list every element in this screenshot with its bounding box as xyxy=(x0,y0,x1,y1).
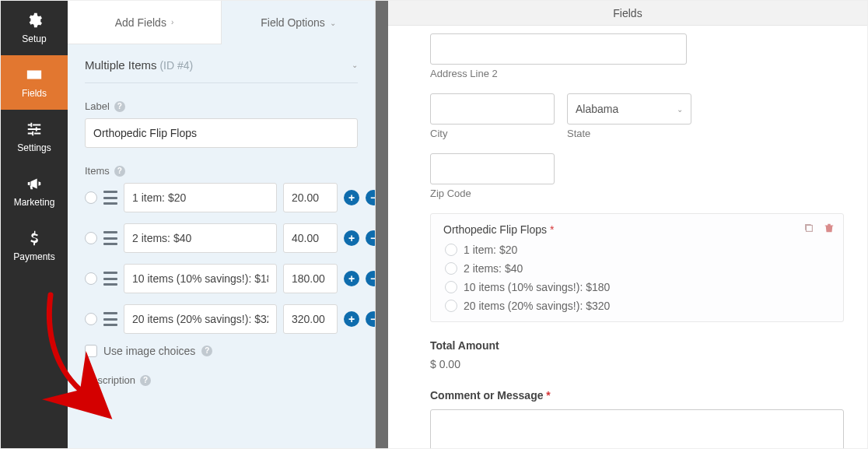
address-line-2-input[interactable] xyxy=(430,33,687,65)
image-choices-label: Use image choices xyxy=(103,345,195,357)
nav-settings[interactable]: Settings xyxy=(1,110,68,164)
city-label: City xyxy=(430,128,555,139)
radio-icon xyxy=(445,244,457,256)
zip-input[interactable] xyxy=(430,153,555,184)
add-item-button[interactable]: + xyxy=(344,271,359,286)
remove-item-button[interactable]: − xyxy=(366,190,375,205)
nav-label: Fields xyxy=(22,88,47,99)
product-option[interactable]: 20 items (20% savings!): $320 xyxy=(445,300,831,312)
nav-label: Marketing xyxy=(14,197,55,208)
radio-icon xyxy=(445,262,457,275)
remove-item-button[interactable]: − xyxy=(366,230,375,246)
option-label: 2 items: $40 xyxy=(464,262,523,275)
default-radio[interactable] xyxy=(85,232,97,244)
tab-add-fields[interactable]: Add Fields › xyxy=(68,1,222,44)
drag-handle-icon[interactable] xyxy=(103,191,117,205)
item-price-input[interactable] xyxy=(283,183,338,212)
item-label-input[interactable] xyxy=(124,183,277,212)
comment-textarea[interactable] xyxy=(430,409,844,448)
remove-item-button[interactable]: − xyxy=(366,271,375,286)
option-label: 10 items (10% savings!): $180 xyxy=(464,281,610,293)
gear-icon xyxy=(26,12,43,29)
tab-field-options[interactable]: Field Options ⌄ xyxy=(222,1,375,44)
nav-setup[interactable]: Setup xyxy=(1,1,68,55)
dollar-icon xyxy=(26,230,43,247)
resize-strip[interactable] xyxy=(376,1,388,448)
default-radio[interactable] xyxy=(85,191,97,204)
help-icon[interactable]: ? xyxy=(201,346,212,356)
item-row: +− xyxy=(85,264,358,293)
drag-handle-icon[interactable] xyxy=(103,231,117,245)
chevron-down-icon: ⌄ xyxy=(677,105,683,114)
duplicate-icon[interactable] xyxy=(803,222,815,234)
main-nav: Setup Fields Settings Marketing Payments xyxy=(1,1,68,448)
items-label: Items xyxy=(85,165,110,177)
nav-label: Setup xyxy=(22,33,46,44)
nav-marketing[interactable]: Marketing xyxy=(1,164,68,219)
trash-icon[interactable] xyxy=(823,222,835,234)
description-label: Description xyxy=(85,374,135,386)
zip-label: Zip Code xyxy=(430,188,844,199)
remove-item-button[interactable]: − xyxy=(366,311,375,327)
item-price-input[interactable] xyxy=(283,304,338,334)
bullhorn-icon xyxy=(26,175,43,192)
total-amount: $ 0.00 xyxy=(430,358,844,370)
default-radio[interactable] xyxy=(85,313,97,325)
item-label-input[interactable] xyxy=(124,264,277,293)
preview-header: Fields xyxy=(388,1,867,26)
add-item-button[interactable]: + xyxy=(344,311,359,327)
field-label-input[interactable] xyxy=(85,118,358,148)
item-label-input[interactable] xyxy=(124,304,277,334)
comment-label: Comment or Message xyxy=(430,389,543,402)
product-field-preview[interactable]: Orthopedic Flip Flops * 1 item: $202 ite… xyxy=(430,213,844,322)
state-value: Alabama xyxy=(576,103,618,115)
field-title: Multiple Items xyxy=(85,58,157,72)
required-indicator: * xyxy=(543,389,550,402)
item-label-input[interactable] xyxy=(124,223,277,253)
item-row: +− xyxy=(85,183,358,212)
chevron-down-icon: ⌄ xyxy=(352,61,358,69)
item-row: +− xyxy=(85,304,358,334)
help-icon[interactable]: ? xyxy=(114,101,125,112)
tab-label: Field Options xyxy=(261,16,324,29)
field-options-panel: Add Fields › Field Options ⌄ Multiple It… xyxy=(68,1,376,448)
nav-label: Settings xyxy=(17,142,51,153)
drag-handle-icon[interactable] xyxy=(103,272,117,286)
label-label: Label xyxy=(85,100,110,112)
item-price-input[interactable] xyxy=(283,223,338,253)
svg-rect-0 xyxy=(807,226,813,232)
state-label: State xyxy=(567,128,691,139)
option-label: 20 items (20% savings!): $320 xyxy=(464,300,610,312)
item-price-input[interactable] xyxy=(283,264,338,293)
radio-icon xyxy=(445,281,457,293)
nav-label: Payments xyxy=(13,251,54,262)
option-label: 1 item: $20 xyxy=(464,244,517,256)
product-option[interactable]: 2 items: $40 xyxy=(445,262,831,275)
add-item-button[interactable]: + xyxy=(344,190,359,205)
tab-label: Add Fields xyxy=(115,16,166,29)
sliders-icon xyxy=(26,121,43,138)
state-select[interactable]: Alabama ⌄ xyxy=(567,93,691,125)
city-input[interactable] xyxy=(430,93,555,125)
drag-handle-icon[interactable] xyxy=(103,312,117,326)
address-line-2-label: Address Line 2 xyxy=(430,68,844,79)
fields-icon xyxy=(26,66,43,83)
image-choices-checkbox[interactable] xyxy=(85,345,97,357)
help-icon[interactable]: ? xyxy=(140,375,151,386)
item-row: +− xyxy=(85,223,358,253)
total-label: Total Amount xyxy=(430,339,844,352)
chevron-down-icon: ⌄ xyxy=(330,19,336,27)
nav-fields[interactable]: Fields xyxy=(1,55,68,110)
default-radio[interactable] xyxy=(85,272,97,285)
product-title: Orthopedic Flip Flops xyxy=(443,223,547,236)
product-option[interactable]: 10 items (10% savings!): $180 xyxy=(445,281,831,293)
add-item-button[interactable]: + xyxy=(344,230,359,246)
help-icon[interactable]: ? xyxy=(114,166,125,177)
product-option[interactable]: 1 item: $20 xyxy=(445,244,831,256)
radio-icon xyxy=(445,300,457,312)
form-preview: Fields Address Line 2 City Alabama ⌄ Sta… xyxy=(388,1,867,448)
nav-payments[interactable]: Payments xyxy=(1,219,68,273)
field-id: (ID #4) xyxy=(159,59,193,72)
field-header[interactable]: Multiple Items (ID #4) ⌄ xyxy=(85,58,358,83)
required-indicator: * xyxy=(547,223,554,236)
